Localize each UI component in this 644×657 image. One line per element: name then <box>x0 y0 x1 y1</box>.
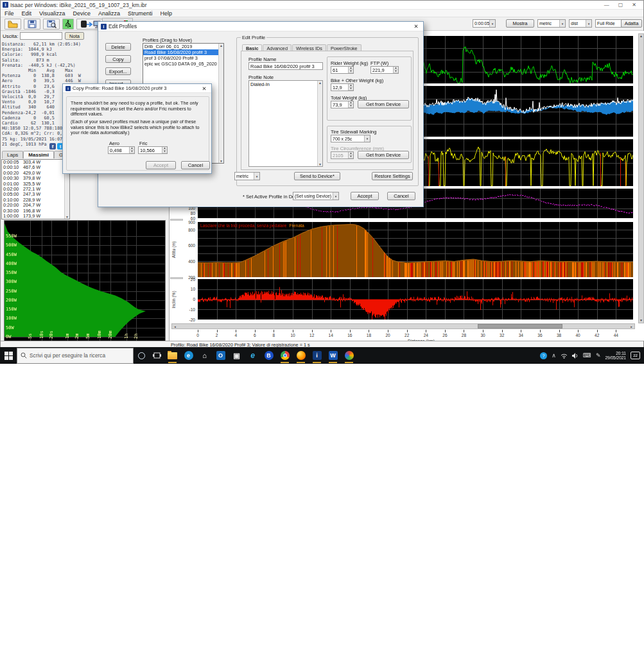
taskbar-app-bing[interactable]: B <box>261 347 277 364</box>
volume-icon[interactable] <box>572 353 579 359</box>
edit-profiles-titlebar[interactable]: i Edit Profiles ✕ <box>98 22 423 31</box>
close-icon[interactable]: ✕ <box>632 1 636 10</box>
minimize-icon[interactable]: — <box>604 1 609 10</box>
menu-item[interactable]: Edit <box>18 10 36 17</box>
set-active-profile-select[interactable]: (Set using Device)▾ <box>293 192 339 200</box>
scroll-up-icon[interactable]: ▲ <box>639 34 643 38</box>
left-panel-tab[interactable]: Laps <box>2 151 23 158</box>
restore-settings-button[interactable]: Restore Settings <box>372 172 413 180</box>
profile-list-item[interactable]: Drib_Corr 06_01_2019 <box>143 44 223 49</box>
nota-button[interactable]: Nota <box>65 32 84 40</box>
pen-icon[interactable]: ✎ <box>596 352 601 359</box>
menu-item[interactable]: Strumenti <box>124 10 157 17</box>
uscita-input[interactable] <box>20 32 62 40</box>
taskbar-app-store[interactable]: ▣ <box>229 347 245 364</box>
menu-item[interactable]: Device <box>69 10 94 17</box>
bike-weight-input[interactable]: 12,9▲▼ <box>331 83 354 91</box>
cancel-button[interactable]: Cancel <box>181 161 210 169</box>
taskbar-app-outlook[interactable]: O <box>213 347 229 364</box>
chart-vertical-scrollbar[interactable]: ▲ ▼ <box>638 33 644 323</box>
maximize-icon[interactable]: ▢ <box>618 1 623 10</box>
open-file-button[interactable] <box>4 19 21 30</box>
taskbar-app-isaac[interactable]: i <box>309 347 325 364</box>
taskbar-app-home[interactable]: ⌂ <box>196 347 213 364</box>
outlook-icon: O <box>216 351 225 360</box>
cortana-button[interactable] <box>134 347 149 364</box>
scroll-down-icon[interactable]: ▼ <box>65 215 69 219</box>
menu-item[interactable]: Analizza <box>94 10 124 17</box>
metric-select[interactable]: metric▾ <box>234 172 260 180</box>
ftp-label: FTP (W) <box>370 60 388 66</box>
notification-center-button[interactable]: 22 <box>631 352 640 359</box>
scroll-down-icon[interactable]: ▼ <box>639 318 643 323</box>
units-select[interactable]: metric▾ <box>537 19 566 28</box>
menu-item[interactable]: Help <box>156 10 176 17</box>
profile-list-item[interactable]: Road Bike 16/08/2020 prof# 3 <box>143 49 223 55</box>
get-tire-from-device-button[interactable]: Get from Device <box>358 151 409 159</box>
export-profile-button[interactable]: Export... <box>105 67 131 75</box>
total-weight-input[interactable]: 73,9▲▼ <box>331 101 354 108</box>
menu-item[interactable]: Visualizza <box>35 10 69 17</box>
taskbar-app-chrome[interactable] <box>277 347 293 364</box>
chart-horizontal-scrollbar[interactable]: ◂ ▸ <box>171 323 635 329</box>
menu-item[interactable]: File <box>1 10 18 17</box>
wifi-icon[interactable] <box>561 353 568 359</box>
taskbar-app-globe[interactable] <box>341 347 357 364</box>
get-weight-from-device-button[interactable]: Get from Device <box>358 100 409 108</box>
delete-profile-button[interactable]: Delete <box>105 43 131 51</box>
help-tray-icon[interactable]: ? <box>540 352 547 359</box>
time-interval-select[interactable]: 0:00:05▾ <box>473 19 496 28</box>
scroll-down-icon[interactable]: ▼ <box>318 162 322 166</box>
device-icon <box>81 21 87 28</box>
taskbar-app-word[interactable]: W <box>325 347 341 364</box>
hidden-icons-chevron[interactable]: ∧ <box>552 352 556 359</box>
scroll-up-icon[interactable]: ▲ <box>318 81 322 85</box>
taskbar-app-file-explorer[interactable] <box>164 347 180 364</box>
aero-input[interactable]: 0,498▲▼ <box>108 146 135 154</box>
usb-device-button[interactable] <box>62 19 74 30</box>
scroll-up-icon[interactable]: ▲ <box>220 44 223 47</box>
profile-list-item[interactable]: prof 3 07/08/2020 Prof# 3 <box>143 55 223 61</box>
send-to-device-button[interactable]: Send to Device* <box>294 172 340 180</box>
taskbar-app-edge[interactable]: e <box>180 347 196 364</box>
close-icon[interactable]: ✕ <box>412 23 421 30</box>
massimi-row[interactable]: 1:00:00173,9 W <box>2 214 69 219</box>
start-button[interactable] <box>0 347 17 364</box>
profiles-scrollbar[interactable]: ▲ ▼ <box>218 44 223 163</box>
dist-select[interactable]: dist▾ <box>569 19 592 28</box>
accept-button[interactable]: Accept <box>351 192 379 200</box>
facebook-icon[interactable]: f <box>49 143 56 149</box>
taskbar-app-firefox[interactable] <box>293 347 309 364</box>
scroll-left-icon[interactable]: ◂ <box>173 325 177 329</box>
adatta-button[interactable]: Adatta <box>621 19 642 28</box>
profile-note-input[interactable]: Dialed-In ▲ ▼ <box>248 80 323 167</box>
taskbar-clock[interactable]: 20:11 29/05/2021 <box>605 351 626 361</box>
scrollbar-thumb[interactable] <box>478 324 562 328</box>
massimi-list[interactable]: 0:00:05303,4 W0:00:10467,6 W0:00:20429,0… <box>1 159 70 219</box>
fric-input[interactable]: 10,566▲▼ <box>138 146 168 154</box>
word-icon: W <box>329 351 338 360</box>
copy-profile-titlebar[interactable]: i Copy Profile: Road Bike 16/08/2020 pro… <box>63 84 211 93</box>
dialog-icon: i <box>101 24 107 30</box>
cancel-button[interactable]: Cancel <box>387 192 415 200</box>
task-view-button[interactable] <box>149 347 164 364</box>
scroll-down-icon[interactable]: ▼ <box>220 159 223 163</box>
left-panel-tab[interactable]: Massimi <box>23 151 54 158</box>
note-scrollbar[interactable]: ▲ ▼ <box>317 81 322 166</box>
folder-icon <box>168 352 177 359</box>
profile-list-item[interactable]: epic wc GSC10 DATA 09_05_2020 <box>143 61 223 67</box>
ftp-input[interactable]: 221,9▲▼ <box>370 66 399 74</box>
profile-name-input[interactable]: Road Bike 16/08/2020 prof# 3 <box>248 62 323 70</box>
tire-marking-select[interactable]: 700 x 25c▾ <box>331 135 370 142</box>
rider-weight-input[interactable]: 61▲▼ <box>331 66 354 74</box>
close-icon[interactable]: ✕ <box>200 85 209 92</box>
save-as-button[interactable] <box>43 19 60 30</box>
save-button[interactable] <box>24 19 40 30</box>
copy-profile-button[interactable]: Copy <box>105 55 131 63</box>
taskbar-app-internet-explorer[interactable]: e <box>245 347 261 364</box>
scroll-right-icon[interactable]: ▸ <box>629 325 634 329</box>
usb-icon <box>65 20 71 28</box>
taskbar-search-input[interactable]: Scrivi qui per eseguire la ricerca <box>17 348 134 364</box>
mostra-button[interactable]: Mostra <box>506 19 534 28</box>
keyboard-icon[interactable]: ⌨ <box>583 352 591 359</box>
